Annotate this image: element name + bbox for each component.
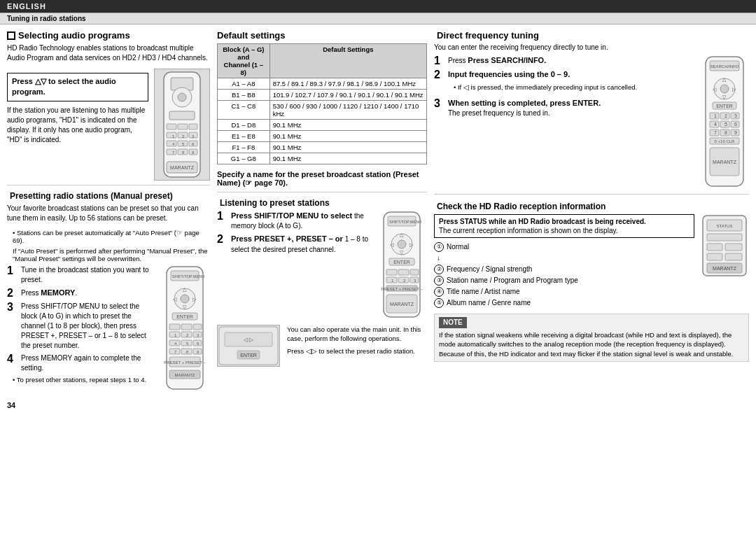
divider-3 <box>434 194 749 195</box>
hd-list-item: ④Title name / Artist name <box>434 287 694 297</box>
table-cell-settings: 90.1 MHz <box>270 120 426 131</box>
table-cell-block: C1 – C8 <box>218 101 270 120</box>
table-header-block: Block (A – G)andChannel (1 – 8) <box>218 44 270 78</box>
hd-list-text: Station name / Program and Program type <box>447 276 578 286</box>
listening-steps: 1 Press SHIFT/TOP MENU to select the mem… <box>217 211 371 321</box>
table-cell-block: B1 – B8 <box>218 90 270 101</box>
selecting-detail: Press △▽ to select the audio program. If… <box>7 69 210 181</box>
bottom-section: ◁ ▷ ENTER You can also operate via the m… <box>217 325 427 367</box>
direct-step-list: 1 Press Press SEARCH/INFO. 2 Input frequ… <box>434 55 694 118</box>
svg-text:SHIFT/TOP MENU: SHIFT/TOP MENU <box>172 274 204 279</box>
step-content-3: Press SHIFT/TOP MENU to select the block… <box>21 302 154 351</box>
divider-1 <box>7 185 210 185</box>
table-row: A1 – A887.5 / 89.1 / 89.3 / 97.9 / 98.1 … <box>218 78 427 90</box>
hd-list-arrow: ↓ <box>434 253 694 263</box>
table-cell-settings: 90.1 MHz <box>270 131 426 142</box>
direct-step-content-3: When setting is completed, press ENTER. … <box>448 98 694 118</box>
bullet-note-2: If "Auto Preset" is performed after perf… <box>7 247 210 262</box>
selecting-title: Selecting audio programs <box>7 30 210 41</box>
press-triangle-label: Press △▽ to select the audio program. <box>12 77 116 96</box>
col-middle: Default settings Block (A – G)andChannel… <box>217 30 427 393</box>
svg-text:MARANTZ: MARANTZ <box>175 373 195 377</box>
circled-num: ② <box>434 265 444 274</box>
step-content-4: Press MEMORY again to complete the setti… <box>21 353 154 373</box>
step-num-3: 3 <box>7 302 18 313</box>
direct-step-3: 3 When setting is completed, press ENTER… <box>434 98 694 118</box>
direct-steps-text: 1 Press Press SEARCH/INFO. 2 Input frequ… <box>434 55 694 190</box>
hd-list-text: Title name / Artist name <box>447 287 520 297</box>
svg-rect-132 <box>707 253 722 260</box>
listen-step-list: 1 Press SHIFT/TOP MENU to select the mem… <box>217 211 371 255</box>
remote-image-selecting: 1 2 3 4 5 6 7 8 9 MARANTZ <box>154 69 210 181</box>
direct-step-content-1: Press Press SEARCH/INFO. <box>448 55 694 66</box>
svg-text:PRESET +  PRESET –: PRESET + PRESET – <box>381 287 423 291</box>
listen-step-2: 2 Press PRESET +, PRESET – or 1 – 8 to s… <box>217 234 371 254</box>
svg-point-3 <box>178 93 186 101</box>
svg-text:6: 6 <box>734 122 737 127</box>
svg-text:◁  ▷: ◁ ▷ <box>244 337 254 343</box>
direct-freq-title: Direct frequency tuning <box>434 30 749 41</box>
svg-rect-6 <box>178 124 188 129</box>
direct-step-2: 2 Input frequencies using the 0 – 9. • I… <box>434 69 694 95</box>
direct-step-num-1: 1 <box>434 55 445 66</box>
svg-rect-5 <box>167 124 176 129</box>
check-hd-title: Check the HD Radio reception information <box>434 202 749 211</box>
direct-intro: You can enter the receiving frequency di… <box>434 43 749 51</box>
svg-rect-20 <box>167 149 176 155</box>
page-number: 34 <box>0 398 756 412</box>
default-settings-title: Default settings <box>217 30 427 41</box>
bullet-note-1: • Stations can be preset automatically a… <box>7 229 210 244</box>
svg-point-32 <box>181 295 189 303</box>
hd-list-item: ②Frequency / Signal strength <box>434 265 694 274</box>
divider-2 <box>217 192 427 192</box>
remote-image-status: STATUS MARANTZ <box>700 214 749 309</box>
specify-title: Specify a name for the preset broadcast … <box>217 170 427 188</box>
step-list: 1 Tune in the broadcast station you want… <box>7 265 154 373</box>
step-num-4: 4 <box>7 353 18 365</box>
hd-list-item: ③Station name / Program and Program type <box>434 276 694 286</box>
hd-steps-text: Press STATUS while an HD Radio broadcast… <box>434 214 694 309</box>
svg-text:MARANTZ: MARANTZ <box>713 266 737 271</box>
svg-rect-41 <box>193 324 202 330</box>
listening-row: 1 Press SHIFT/TOP MENU to select the mem… <box>217 211 427 321</box>
step-item-3: 3 Press SHIFT/TOP MENU to select the blo… <box>7 302 154 351</box>
svg-text:ENTER: ENTER <box>716 104 733 108</box>
hd-list-text: Normal <box>447 242 469 252</box>
hd-list-text: Frequency / Signal strength <box>447 265 532 274</box>
bottom-text-2: Press ◁▷ to select the preset radio stat… <box>287 346 427 356</box>
direct-step-num-3: 3 <box>434 98 445 109</box>
note-box: NOTE If the station signal weakens while… <box>434 314 749 362</box>
circled-num: ① <box>434 242 444 252</box>
svg-rect-40 <box>181 324 192 330</box>
circled-num: ⑤ <box>434 298 444 308</box>
svg-text:5: 5 <box>724 122 727 127</box>
svg-text:MARANTZ: MARANTZ <box>713 160 737 164</box>
svg-point-97 <box>720 85 729 93</box>
listening-title: Listening to preset stations <box>217 198 427 208</box>
svg-rect-14 <box>167 141 176 146</box>
direct-step2-bullet: • If ◁ is pressed, the immediately prece… <box>448 83 694 92</box>
table-cell-block: G1 – G8 <box>218 153 270 164</box>
svg-rect-7 <box>189 124 197 129</box>
hd-list-item: ①Normal <box>434 242 694 252</box>
direct-step3-text: The preset frequency is tuned in. <box>448 108 694 118</box>
enter-image: ◁ ▷ ENTER <box>217 325 280 367</box>
svg-text:9: 9 <box>734 130 737 135</box>
svg-text:STATUS: STATUS <box>717 224 733 228</box>
svg-text:MARANTZ: MARANTZ <box>170 165 195 170</box>
remote-image-listening: SHIFT/TOP MENU △ ▽ ◁ ▷ ENTER 1 <box>377 211 427 321</box>
svg-rect-4 <box>169 111 195 120</box>
circled-num: ③ <box>434 276 444 286</box>
checkbox-icon <box>7 31 15 40</box>
direct-step-1: 1 Press Press SEARCH/INFO. <box>434 55 694 66</box>
svg-text:ENTER: ENTER <box>240 353 257 358</box>
svg-text:4: 4 <box>714 122 717 127</box>
press-triangle-box: Press △▽ to select the audio program. <box>7 73 148 101</box>
svg-rect-129 <box>707 234 742 241</box>
svg-text:2: 2 <box>724 113 727 118</box>
listen-step-1: 1 Press SHIFT/TOP MENU to select the mem… <box>217 211 371 231</box>
table-cell-settings: 87.5 / 89.1 / 89.3 / 97.9 / 98.1 / 98.9 … <box>270 78 426 90</box>
language-label: ENGLISH <box>7 2 46 10</box>
svg-text:1: 1 <box>714 113 717 118</box>
presetting-body: Your favorite broadcast stations can be … <box>7 204 210 223</box>
